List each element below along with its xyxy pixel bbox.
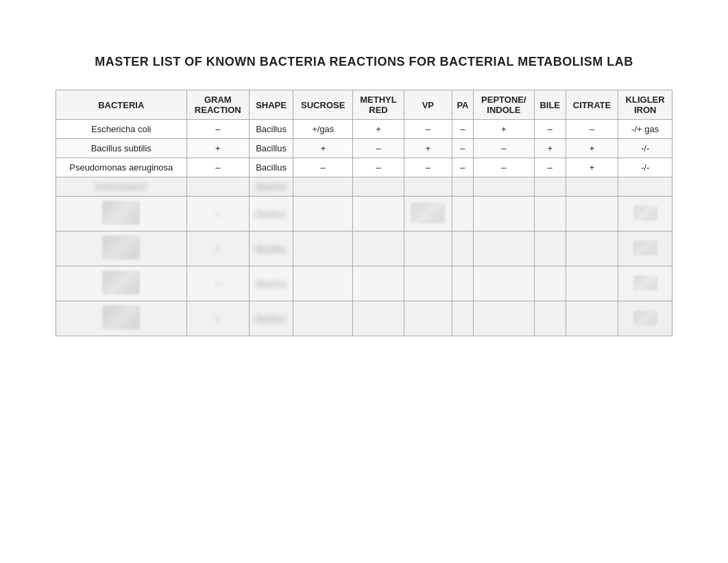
cell-methyl_red: – bbox=[353, 158, 404, 177]
cell-gram: – bbox=[186, 120, 250, 139]
cell-kligler bbox=[618, 301, 672, 336]
page-title: MASTER LIST OF KNOWN BACTERIA REACTIONS … bbox=[95, 55, 633, 69]
cell-shape: Bacillus bbox=[250, 177, 293, 197]
cell-pa: – bbox=[452, 158, 473, 177]
cell-methyl_red bbox=[353, 177, 404, 197]
cell-bacteria bbox=[56, 232, 187, 266]
cell-sucrose: +/gas bbox=[293, 120, 353, 139]
col-kligler-iron: KLIGLERIRON bbox=[618, 90, 672, 120]
cell-bacteria bbox=[56, 301, 187, 336]
table-row: +Bacillus bbox=[56, 232, 672, 266]
cell-kligler: -/- bbox=[618, 158, 672, 177]
cell-vp bbox=[404, 266, 452, 301]
cell-citrate bbox=[566, 197, 618, 232]
cell-citrate bbox=[566, 232, 618, 266]
cell-gram: – bbox=[186, 158, 250, 177]
cell-methyl_red bbox=[353, 197, 404, 232]
cell-peptone_indole bbox=[474, 266, 535, 301]
cell-kligler bbox=[618, 232, 672, 266]
cell-sucrose bbox=[293, 266, 353, 301]
cell-kligler bbox=[618, 266, 672, 301]
cell-gram: + bbox=[186, 232, 250, 266]
cell-sucrose: – bbox=[293, 158, 353, 177]
cell-peptone_indole bbox=[474, 177, 535, 197]
cell-vp bbox=[404, 232, 452, 266]
cell-bile: – bbox=[534, 158, 566, 177]
cell-bacteria: Pseudomonas aeruginosa bbox=[56, 158, 187, 177]
cell-bile bbox=[534, 197, 566, 232]
col-peptone-indole: PEPTONE/INDOLE bbox=[474, 90, 535, 120]
cell-pa: – bbox=[452, 139, 473, 158]
col-methyl-red: METHYLRED bbox=[353, 90, 404, 120]
cell-gram: + bbox=[186, 139, 250, 158]
cell-pa bbox=[452, 266, 473, 301]
cell-pa bbox=[452, 301, 473, 336]
cell-citrate bbox=[566, 266, 618, 301]
bacteria-table: BACTERIA GRAMREACTION SHAPE SUCROSE METH… bbox=[56, 90, 672, 336]
cell-vp bbox=[404, 177, 452, 197]
table-header-row: BACTERIA GRAMREACTION SHAPE SUCROSE METH… bbox=[56, 90, 672, 120]
cell-shape: Bacillus bbox=[250, 197, 293, 232]
cell-pa bbox=[452, 197, 473, 232]
cell-bile bbox=[534, 266, 566, 301]
col-pa: PA bbox=[452, 90, 473, 120]
col-citrate: CITRATE bbox=[566, 90, 618, 120]
cell-peptone_indole bbox=[474, 232, 535, 266]
cell-bile bbox=[534, 177, 566, 197]
cell-bacteria: Enterobacter bbox=[56, 177, 187, 197]
cell-bacteria: Eschericha coli bbox=[56, 120, 187, 139]
cell-bacteria bbox=[56, 266, 187, 301]
cell-peptone_indole: + bbox=[474, 120, 535, 139]
cell-pa bbox=[452, 177, 473, 197]
cell-kligler bbox=[618, 177, 672, 197]
col-bacteria: BACTERIA bbox=[56, 90, 187, 120]
cell-bacteria bbox=[56, 197, 187, 232]
cell-kligler bbox=[618, 197, 672, 232]
table-row: Pseudomonas aeruginosa–Bacillus––––––+-/… bbox=[56, 158, 672, 177]
cell-methyl_red: – bbox=[353, 139, 404, 158]
cell-gram: + bbox=[186, 266, 250, 301]
cell-pa bbox=[452, 232, 473, 266]
cell-methyl_red bbox=[353, 232, 404, 266]
col-vp: VP bbox=[404, 90, 452, 120]
cell-citrate bbox=[566, 177, 618, 197]
cell-vp: – bbox=[404, 120, 452, 139]
table-row: Eschericha coli–Bacillus+/gas+––+––-/+ g… bbox=[56, 120, 672, 139]
cell-citrate: + bbox=[566, 139, 618, 158]
cell-vp bbox=[404, 197, 452, 232]
cell-peptone_indole bbox=[474, 301, 535, 336]
cell-shape: Bacillus bbox=[250, 120, 293, 139]
cell-gram: + bbox=[186, 301, 250, 336]
cell-bile bbox=[534, 232, 566, 266]
cell-shape: Bacillus bbox=[250, 266, 293, 301]
table-row: Bacillus subtilis+Bacillus+–+––++-/- bbox=[56, 139, 672, 158]
table-row: +Bacillus bbox=[56, 266, 672, 301]
cell-citrate: – bbox=[566, 120, 618, 139]
cell-pa: – bbox=[452, 120, 473, 139]
table-row: Enterobacter Bacillus bbox=[56, 177, 672, 197]
col-bile: BILE bbox=[534, 90, 566, 120]
cell-peptone_indole bbox=[474, 197, 535, 232]
cell-sucrose bbox=[293, 197, 353, 232]
page-container: MASTER LIST OF KNOWN BACTERIA REACTIONS … bbox=[0, 0, 728, 563]
cell-shape: Bacillus bbox=[250, 139, 293, 158]
cell-kligler: -/- bbox=[618, 139, 672, 158]
col-shape: SHAPE bbox=[250, 90, 293, 120]
cell-peptone_indole: – bbox=[474, 139, 535, 158]
cell-shape: Bacillus bbox=[250, 232, 293, 266]
col-gram: GRAMREACTION bbox=[186, 90, 250, 120]
cell-methyl_red bbox=[353, 301, 404, 336]
cell-sucrose bbox=[293, 301, 353, 336]
cell-bacteria: Bacillus subtilis bbox=[56, 139, 187, 158]
cell-shape: Bacillus bbox=[250, 158, 293, 177]
cell-bile: + bbox=[534, 139, 566, 158]
cell-bile bbox=[534, 301, 566, 336]
cell-bile: – bbox=[534, 120, 566, 139]
cell-vp: – bbox=[404, 158, 452, 177]
cell-sucrose bbox=[293, 232, 353, 266]
cell-citrate: + bbox=[566, 158, 618, 177]
cell-shape: Bacillus bbox=[250, 301, 293, 336]
cell-kligler: -/+ gas bbox=[618, 120, 672, 139]
cell-gram bbox=[186, 177, 250, 197]
cell-sucrose bbox=[293, 177, 353, 197]
